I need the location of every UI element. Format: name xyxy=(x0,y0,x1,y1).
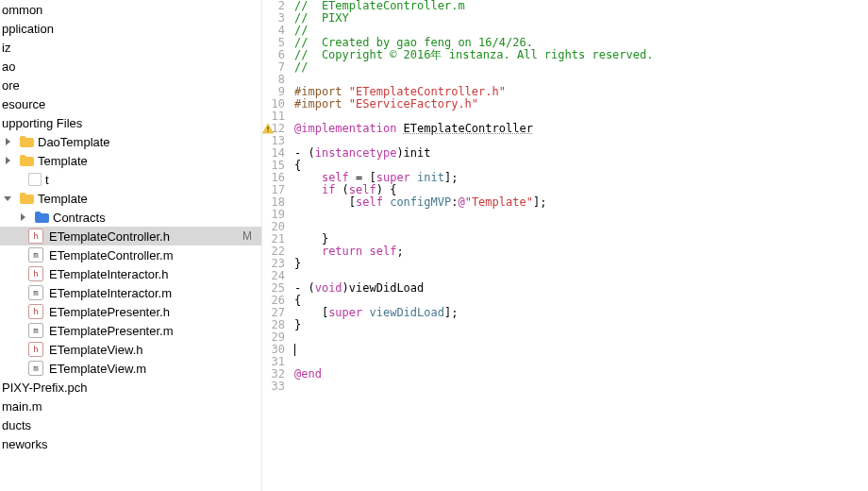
nav-item-label: DaoTemplate xyxy=(38,135,110,149)
line-number: 8 xyxy=(262,74,291,86)
nav-item-etemplatepresenter-m[interactable]: mETemplatePresenter.m xyxy=(0,321,261,340)
line-number: 3 xyxy=(262,12,291,25)
nav-item-pplication[interactable]: pplication xyxy=(0,19,261,38)
implementation-file-icon: m xyxy=(28,247,43,262)
nav-item-etemplateview-h[interactable]: hETemplateView.h xyxy=(0,340,261,359)
code-line[interactable]: @end xyxy=(294,368,868,381)
code-line[interactable] xyxy=(294,356,868,368)
line-number: 6 xyxy=(262,49,291,61)
code-line[interactable] xyxy=(294,381,868,393)
code-line[interactable] xyxy=(294,221,868,233)
folder-icon xyxy=(19,191,34,206)
nav-item-label: pplication xyxy=(2,22,54,36)
code-line[interactable] xyxy=(294,331,868,344)
nav-item-label: Template xyxy=(38,154,88,168)
line-number-gutter: 2345678910111213141516171819202122232425… xyxy=(262,0,291,491)
nav-item-pixy-prefix-pch[interactable]: PIXY-Prefix.pch xyxy=(0,378,261,397)
disclosure-open-icon[interactable] xyxy=(0,191,15,206)
implementation-file-icon: m xyxy=(28,323,43,338)
code-line[interactable] xyxy=(294,344,868,356)
code-line[interactable]: #import "EServiceFactory.h" xyxy=(294,98,868,110)
nav-item-label: ore xyxy=(2,78,20,93)
nav-item-ducts[interactable]: ducts xyxy=(0,415,261,434)
nav-item-ao[interactable]: ao xyxy=(0,57,261,76)
header-file-icon: h xyxy=(28,266,43,281)
nav-item-label: ETemplateView.h xyxy=(49,343,143,357)
line-number: 2 xyxy=(262,0,291,12)
line-number: 7 xyxy=(262,61,291,74)
nav-item-label: ETemplateController.h xyxy=(49,229,170,244)
code-area[interactable]: // ETemplateController.m// PIXY//// Crea… xyxy=(291,0,868,491)
implementation-file-icon: m xyxy=(28,361,43,376)
header-file-icon: h xyxy=(28,229,43,244)
svg-marker-2 xyxy=(4,196,11,201)
code-line[interactable]: [super viewDidLoad]; xyxy=(294,307,868,319)
line-number: 4 xyxy=(262,25,291,37)
vcs-status-badge: M xyxy=(242,229,252,243)
nav-item-etemplatecontroller-h[interactable]: hETemplateController.hM xyxy=(0,227,261,246)
line-number: 33 xyxy=(262,381,291,393)
code-line[interactable]: @implementation ETemplateController xyxy=(294,123,868,135)
nav-item-label: main.m xyxy=(2,399,42,414)
project-navigator[interactable]: ommonpplicationizaooreesourceupporting F… xyxy=(0,0,262,491)
nav-item-label: ETemplateInteractor.m xyxy=(49,286,172,300)
code-line[interactable]: return self; xyxy=(294,246,868,258)
nav-item-label: iz xyxy=(2,41,10,55)
nav-item-upporting-files[interactable]: upporting Files xyxy=(0,113,261,132)
nav-item-ommon[interactable]: ommon xyxy=(0,0,261,19)
nav-item-main-m[interactable]: main.m xyxy=(0,397,261,415)
nav-item-iz[interactable]: iz xyxy=(0,38,261,57)
code-line[interactable]: } xyxy=(294,258,868,270)
svg-marker-3 xyxy=(21,213,25,221)
nav-item-contracts[interactable]: Contracts xyxy=(0,208,261,227)
nav-item-label: upporting Files xyxy=(2,116,82,130)
nav-item-label: ETemplatePresenter.m xyxy=(49,324,174,338)
nav-item-label: ETemplateInteractor.h xyxy=(49,267,168,281)
code-line[interactable]: // xyxy=(294,61,868,74)
nav-item-neworks[interactable]: neworks xyxy=(0,434,261,453)
code-line[interactable]: // Copyright © 2016年 instanza. All right… xyxy=(294,49,868,61)
code-line[interactable]: } xyxy=(294,319,868,331)
nav-item-daotemplate[interactable]: DaoTemplate xyxy=(0,132,261,151)
nav-item-label: t xyxy=(45,173,49,187)
nav-item-label: neworks xyxy=(2,437,47,451)
nav-item-label: ducts xyxy=(2,418,31,432)
code-line[interactable] xyxy=(294,209,868,221)
nav-item-etemplateview-m[interactable]: mETemplateView.m xyxy=(0,359,261,378)
nav-item-label: ETemplateController.m xyxy=(49,248,174,262)
nav-item-template[interactable]: Template xyxy=(0,189,261,208)
disclosure-closed-icon[interactable] xyxy=(0,134,15,149)
nav-item-label: ETemplateView.m xyxy=(49,362,146,376)
nav-item-etemplateinteractor-h[interactable]: hETemplateInteractor.h xyxy=(0,264,261,283)
nav-item-label: Contracts xyxy=(53,211,106,225)
code-line[interactable]: - (instancetype)init xyxy=(294,147,868,160)
folder-icon xyxy=(34,210,49,225)
code-line[interactable]: [self configMVP:@"Template"]; xyxy=(294,196,868,209)
blank-file-icon xyxy=(28,173,42,186)
nav-item-template[interactable]: Template xyxy=(0,151,261,170)
header-file-icon: h xyxy=(28,304,43,319)
folder-icon xyxy=(19,153,34,168)
disclosure-closed-icon[interactable] xyxy=(0,153,15,168)
code-line[interactable]: // PIXY xyxy=(294,12,868,25)
disclosure-closed-icon[interactable] xyxy=(15,210,30,225)
implementation-file-icon: m xyxy=(28,285,43,300)
folder-icon xyxy=(19,134,34,149)
nav-item-label: ETemplatePresenter.h xyxy=(49,305,170,319)
nav-item-etemplatepresenter-h[interactable]: hETemplatePresenter.h xyxy=(0,302,261,321)
nav-item-label: esource xyxy=(2,97,45,111)
nav-item-ore[interactable]: ore xyxy=(0,76,261,94)
code-line[interactable]: - (void)viewDidLoad xyxy=(294,282,868,295)
nav-item-etemplatecontroller-m[interactable]: mETemplateController.m xyxy=(0,246,261,264)
text-caret xyxy=(294,344,295,356)
svg-marker-1 xyxy=(6,157,10,164)
line-number: 5 xyxy=(262,37,291,49)
nav-item-label: Template xyxy=(38,192,88,206)
nav-item-esource[interactable]: esource xyxy=(0,94,261,113)
nav-item-etemplateinteractor-m[interactable]: mETemplateInteractor.m xyxy=(0,283,261,302)
code-editor[interactable]: 2345678910111213141516171819202122232425… xyxy=(262,0,868,491)
nav-item-t[interactable]: t xyxy=(0,170,261,189)
code-line[interactable]: // ETemplateController.m xyxy=(294,0,868,12)
nav-item-label: ommon xyxy=(2,3,42,17)
header-file-icon: h xyxy=(28,342,43,357)
